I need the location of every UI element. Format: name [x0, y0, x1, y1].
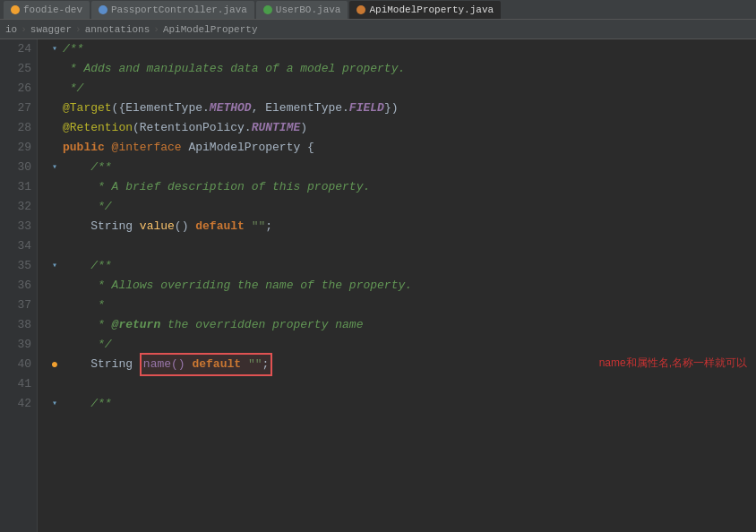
breadcrumb-item-2[interactable]: annotations	[85, 24, 150, 35]
code-line-38: * @return the overridden property name	[47, 315, 756, 335]
token-plain: ()	[175, 217, 195, 236]
line-number-25: 25	[5, 59, 31, 79]
tab-foodie-dev[interactable]: foodie-dev	[4, 1, 90, 19]
token-javadoc: * Allows overriding the name of the prop…	[63, 276, 412, 296]
code-line-42: ▾ /**	[47, 394, 756, 414]
code-line-34	[47, 236, 756, 256]
tab-icon-api-model-property	[357, 5, 365, 14]
token-javadoc: /**	[63, 394, 112, 414]
line-number-27: 27	[5, 99, 31, 118]
code-line-33: String value() default "";	[47, 217, 756, 236]
line-number-24: 24	[5, 39, 31, 59]
code-line-24: ▾/**	[47, 39, 756, 59]
gutter-42[interactable]: ▾	[47, 394, 63, 414]
line-number-31: 31	[5, 177, 31, 197]
token-annotation: @Target	[63, 99, 112, 118]
code-line-39: */	[47, 335, 756, 355]
gutter-40: ●	[47, 355, 63, 374]
token-kw2: @interface	[112, 138, 189, 158]
token-plain: , ElementType.	[252, 99, 349, 118]
token-javadoc: /**	[63, 256, 112, 276]
breadcrumb-sep: ›	[21, 24, 27, 35]
code-line-26: */	[47, 79, 756, 99]
token-plain: ;	[265, 217, 272, 236]
tab-label-api-model-property: ApiModelProperty.java	[369, 4, 494, 15]
highlight-token: name() default "";	[140, 353, 272, 376]
tab-api-model-property[interactable]: ApiModelProperty.java	[349, 1, 501, 19]
tooltip-name: name和属性名,名称一样就可以	[599, 353, 747, 373]
line-number-33: 33	[5, 217, 31, 236]
token-enum-val: FIELD	[349, 99, 384, 118]
code-line-37: *	[47, 296, 756, 315]
token-plain: String	[63, 355, 140, 374]
line-number-37: 37	[5, 296, 31, 315]
breadcrumb-item-1[interactable]: swagger	[30, 24, 72, 35]
code-line-27: @Target({ElementType.METHOD, ElementType…	[47, 99, 756, 118]
line-number-32: 32	[5, 197, 31, 217]
token-plain: })	[384, 99, 399, 118]
breadcrumb-bar: io › swagger › annotations › ApiModelPro…	[0, 20, 756, 39]
tab-icon-user-bo	[263, 5, 272, 14]
code-line-28: @Retention(RetentionPolicy.RUNTIME)	[47, 118, 756, 138]
code-area: 24252627282930313233343536373839404142 ▾…	[0, 39, 756, 532]
breadcrumb-item-3[interactable]: ApiModelProperty	[163, 24, 258, 35]
tab-user-bo[interactable]: UserBO.java	[256, 1, 348, 19]
line-number-38: 38	[5, 315, 31, 335]
line-numbers: 24252627282930313233343536373839404142	[0, 39, 38, 532]
code-line-40: ● String name() default "";name和属性名,名称一样…	[47, 355, 756, 374]
token-enum-val: METHOD	[210, 99, 252, 118]
line-number-34: 34	[5, 236, 31, 256]
breadcrumb-item-0[interactable]: io	[5, 24, 17, 35]
line-number-26: 26	[5, 79, 31, 99]
code-line-41	[47, 374, 756, 394]
token-javadoc: */	[63, 335, 112, 355]
code-line-36: * Allows overriding the name of the prop…	[47, 276, 756, 296]
line-number-30: 30	[5, 158, 31, 177]
tab-label-user-bo: UserBO.java	[276, 4, 341, 15]
line-number-42: 42	[5, 394, 31, 414]
tab-bar: foodie-devPassportController.javaUserBO.…	[0, 0, 756, 20]
breadcrumb-sep: ›	[75, 24, 82, 35]
token-javadoc: /**	[63, 158, 112, 177]
token-plain: String	[63, 217, 140, 236]
token-javadoc: *	[63, 296, 105, 315]
token-kw: public	[63, 138, 112, 158]
gutter-24[interactable]: ▾	[47, 39, 63, 59]
code-content: ▾/** * Adds and manipulates data of a mo…	[38, 39, 756, 532]
tab-passport-controller[interactable]: PassportController.java	[91, 1, 254, 19]
breadcrumb-sep: ›	[153, 24, 159, 35]
tab-icon-foodie-dev	[11, 5, 20, 14]
token-string: ""	[252, 217, 266, 236]
code-line-29: public @interface ApiModelProperty {	[47, 138, 756, 158]
code-line-35: ▾ /**	[47, 256, 756, 276]
line-number-36: 36	[5, 276, 31, 296]
token-javadoc: /**	[63, 39, 83, 59]
token-enum-val: RUNTIME	[252, 118, 301, 138]
token-kw: default	[195, 217, 251, 236]
token-javadoc: * A brief description of this property.	[63, 177, 370, 197]
tab-icon-passport-controller	[99, 5, 107, 14]
editor: 24252627282930313233343536373839404142 ▾…	[0, 39, 756, 532]
token-javadoc: *	[63, 315, 112, 335]
token-javadoc: * Adds and manipulates data of a model p…	[63, 59, 405, 79]
line-number-41: 41	[5, 374, 31, 394]
token-method: value	[140, 217, 175, 236]
line-number-39: 39	[5, 335, 31, 355]
token-javadoc: */	[63, 79, 83, 99]
line-number-35: 35	[5, 256, 31, 276]
code-line-30: ▾ /**	[47, 158, 756, 177]
token-javadoc: the overridden property name	[160, 315, 363, 335]
gutter-30[interactable]: ▾	[47, 158, 63, 177]
line-number-29: 29	[5, 138, 31, 158]
code-line-32: */	[47, 197, 756, 217]
gutter-35[interactable]: ▾	[47, 256, 63, 276]
line-number-40: 40	[5, 355, 31, 374]
token-classname: ApiModelProperty {	[188, 138, 314, 158]
code-line-31: * A brief description of this property.	[47, 177, 756, 197]
token-annotation: @Retention	[63, 118, 133, 138]
token-plain: ({ElementType.	[112, 99, 210, 118]
tab-label-passport-controller: PassportController.java	[111, 4, 247, 15]
token-plain: )	[300, 118, 307, 138]
token-italic-bold: @return	[112, 315, 161, 335]
token-plain: (RetentionPolicy.	[133, 118, 252, 138]
